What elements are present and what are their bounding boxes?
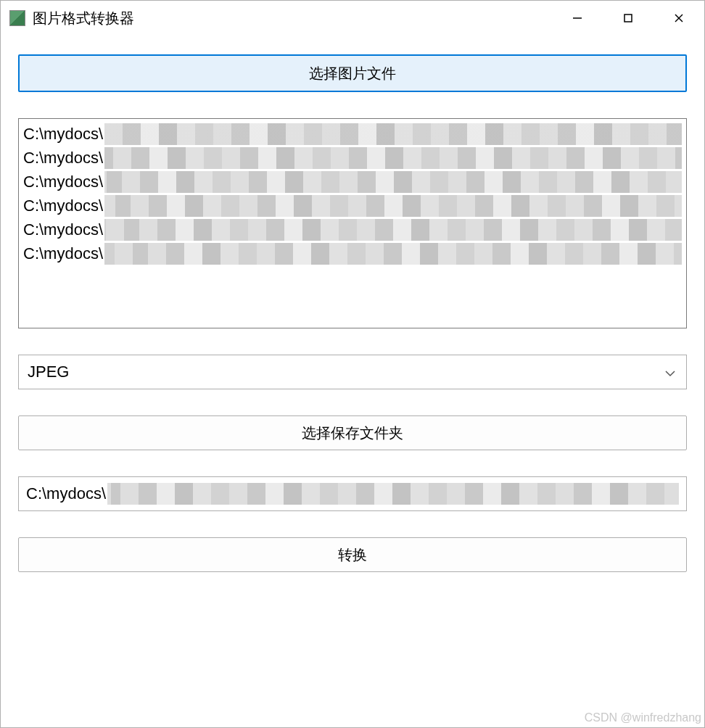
maximize-button[interactable] <box>603 1 654 36</box>
redacted-area <box>104 123 682 145</box>
select-folder-button[interactable]: 选择保存文件夹 <box>18 415 687 450</box>
svg-rect-1 <box>624 15 632 22</box>
file-path-prefix: C:\mydocs\ <box>23 241 103 265</box>
save-path-prefix: C:\mydocs\ <box>26 484 106 503</box>
file-path-prefix: C:\mydocs\ <box>23 122 103 146</box>
format-selected-value: JPEG <box>28 363 69 381</box>
file-path-prefix: C:\mydocs\ <box>23 170 103 194</box>
close-icon <box>674 13 684 23</box>
select-files-button[interactable]: 选择图片文件 <box>18 54 687 92</box>
format-select[interactable]: JPEG <box>18 355 687 389</box>
app-icon <box>9 10 25 26</box>
chevron-down-icon <box>664 363 676 381</box>
convert-button[interactable]: 转换 <box>18 537 687 572</box>
close-button[interactable] <box>654 1 704 36</box>
redacted-area <box>104 147 682 169</box>
title-left: 图片格式转换器 <box>9 9 134 28</box>
titlebar: 图片格式转换器 <box>1 1 704 36</box>
list-item[interactable]: C:\mydocs\ <box>23 218 682 241</box>
minimize-icon <box>572 13 582 23</box>
minimize-button[interactable] <box>552 1 603 36</box>
app-window: 图片格式转换器 选择图片文件 C:\mydocs\ C:\mydocs\ <box>0 0 705 728</box>
file-path-prefix: C:\mydocs\ <box>23 146 103 170</box>
redacted-area <box>104 195 682 217</box>
list-item[interactable]: C:\mydocs\ <box>23 170 682 194</box>
redacted-area <box>104 171 682 193</box>
file-path-prefix: C:\mydocs\ <box>23 194 103 218</box>
redacted-area <box>104 219 682 241</box>
list-item[interactable]: C:\mydocs\ <box>23 194 682 218</box>
list-item[interactable]: C:\mydocs\ <box>23 122 682 146</box>
save-path-display: C:\mydocs\ <box>18 476 687 511</box>
window-controls <box>552 1 704 36</box>
maximize-icon <box>623 13 633 23</box>
file-list[interactable]: C:\mydocs\ C:\mydocs\ C:\mydocs\ C:\mydo… <box>18 118 687 328</box>
redacted-area <box>107 483 679 505</box>
watermark-text: CSDN @winfredzhang <box>585 711 701 724</box>
redacted-area <box>104 243 682 265</box>
content-area: 选择图片文件 C:\mydocs\ C:\mydocs\ C:\mydocs\ … <box>1 36 704 727</box>
list-item[interactable]: C:\mydocs\ <box>23 146 682 170</box>
list-item[interactable]: C:\mydocs\ <box>23 241 682 265</box>
file-path-prefix: C:\mydocs\ <box>23 218 103 241</box>
window-title: 图片格式转换器 <box>33 9 134 28</box>
